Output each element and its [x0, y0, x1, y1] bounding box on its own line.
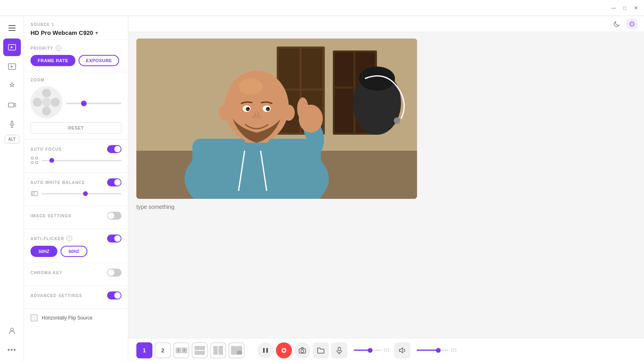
svg-rect-62 — [263, 348, 265, 353]
maximize-button[interactable]: □ — [622, 5, 628, 11]
anti-flicker-row: ANTI-FLICKER i — [30, 235, 122, 243]
svg-line-22 — [630, 22, 630, 22]
svg-rect-38 — [335, 89, 353, 133]
zoom-dot-right — [51, 98, 60, 107]
moon-theme-button[interactable] — [611, 18, 622, 30]
sidebar-item-person[interactable] — [3, 322, 21, 340]
svg-rect-10 — [31, 157, 33, 159]
auto-white-balance-row: AUTO WHITE BALANCE — [30, 178, 122, 186]
zoom-label: ZOOM — [30, 78, 122, 82]
zoom-section: ZOOM RESET — [24, 72, 128, 140]
scene-button-2[interactable]: 2 — [155, 342, 171, 358]
sun-theme-button[interactable] — [626, 18, 638, 30]
focus-slider[interactable] — [42, 160, 122, 161]
sidebar-item-alt[interactable]: ALT — [5, 135, 19, 144]
mic-button[interactable] — [331, 342, 347, 358]
chroma-key-row: CHROMA KEY — [30, 269, 122, 277]
anti-flicker-info-icon[interactable]: i — [67, 236, 72, 241]
folder-button[interactable] — [313, 342, 329, 358]
split-v-left — [213, 346, 218, 355]
scene-button-12-grid[interactable]: 1 2 — [173, 342, 189, 358]
auto-white-balance-label: AUTO WHITE BALANCE — [30, 180, 85, 185]
priority-buttons: FRAME RATE EXPOSURE — [30, 55, 122, 66]
hz-buttons: 50HZ 60HZ — [30, 246, 122, 257]
svg-rect-31 — [302, 49, 322, 89]
priority-info-icon[interactable]: i — [56, 45, 61, 51]
auto-focus-section: AUTO FOCUS — [24, 140, 128, 173]
auto-focus-sub-row — [30, 156, 122, 164]
advanced-settings-toggle[interactable] — [107, 291, 122, 299]
advanced-settings-label: ADVANCED SETTINGS — [30, 293, 82, 298]
record-button[interactable] — [276, 342, 292, 358]
vol-dot-row-3 — [451, 348, 456, 350]
sidebar-item-audio[interactable] — [3, 115, 21, 133]
flip-source-label: Horizontally Flip Source — [42, 315, 93, 321]
svg-point-61 — [394, 117, 400, 124]
reset-button[interactable]: RESET — [30, 122, 122, 133]
svg-rect-63 — [266, 348, 268, 353]
svg-rect-30 — [279, 49, 300, 89]
svg-point-41 — [359, 67, 395, 91]
source-arrow-icon: ▾ — [95, 30, 98, 36]
source-label: SOURCE 1 — [30, 22, 122, 27]
source-select[interactable]: HD Pro Webcam C920 ▾ — [30, 29, 122, 36]
chroma-key-label: CHROMA KEY — [30, 271, 63, 275]
volume-slider-2[interactable] — [417, 350, 449, 351]
exposure-button[interactable]: EXPOSURE — [79, 55, 119, 66]
type-something-input[interactable] — [136, 204, 257, 210]
top-bar — [128, 16, 644, 32]
svg-rect-2 — [8, 30, 16, 31]
zoom-slider-wrap — [66, 99, 122, 106]
svg-rect-1 — [8, 28, 16, 28]
snapshot-button[interactable] — [294, 342, 310, 358]
webcam-feed — [136, 38, 417, 199]
image-settings-label: IMAGE SETTINGS — [30, 214, 71, 218]
sidebar-item-effects[interactable] — [3, 77, 21, 95]
flip-source-checkbox[interactable] — [30, 314, 38, 322]
zoom-dot-left — [33, 98, 42, 107]
auto-focus-toggle[interactable] — [107, 145, 122, 153]
svg-point-55 — [252, 115, 256, 119]
scene-button-split-v[interactable] — [210, 342, 226, 358]
webcam-svg — [136, 38, 417, 199]
close-button[interactable]: ✕ — [633, 5, 639, 11]
svg-rect-11 — [36, 157, 38, 159]
auto-white-balance-toggle[interactable] — [107, 178, 122, 186]
sidebar-item-source1[interactable] — [3, 38, 21, 56]
svg-line-24 — [634, 22, 634, 22]
hz-50-button[interactable]: 50HZ — [30, 246, 57, 257]
scene-button-split-h[interactable] — [192, 342, 208, 358]
anti-flicker-toggle[interactable] — [107, 235, 122, 243]
anti-flicker-thumb — [114, 235, 121, 242]
speaker-button[interactable] — [394, 342, 410, 358]
pause-button[interactable] — [257, 342, 273, 358]
image-settings-toggle[interactable] — [107, 212, 122, 220]
zoom-slider[interactable] — [66, 103, 122, 104]
zoom-joystick[interactable] — [30, 86, 63, 118]
svg-point-67 — [301, 350, 304, 352]
minimize-button[interactable]: — — [610, 5, 617, 11]
svg-rect-13 — [36, 162, 38, 164]
vol-dot-row-2 — [384, 350, 389, 352]
frame-rate-button[interactable]: FRAME RATE — [30, 55, 75, 66]
menu-button[interactable] — [3, 19, 21, 37]
white-balance-icon — [30, 190, 38, 198]
advanced-settings-section: ADVANCED SETTINGS — [24, 286, 128, 309]
scene-button-pip[interactable] — [229, 342, 245, 358]
scene-button-1[interactable]: 1 — [136, 342, 152, 358]
more-options-button[interactable]: ••• — [3, 341, 21, 359]
volume-slider-1[interactable] — [354, 350, 382, 351]
auto-focus-thumb — [114, 146, 121, 152]
zoom-dot-top — [42, 89, 51, 97]
source-header: SOURCE 1 HD Pro Webcam C920 ▾ — [24, 16, 128, 40]
hz-60-button[interactable]: 60HZ — [61, 246, 87, 257]
icon-sidebar: ALT ••• — [0, 16, 24, 362]
chroma-key-toggle[interactable] — [107, 269, 122, 277]
sidebar-item-camera[interactable] — [3, 96, 21, 114]
white-balance-slider[interactable] — [42, 193, 122, 194]
vol-dot-row-1 — [384, 348, 389, 350]
svg-point-58 — [283, 105, 295, 121]
svg-rect-5 — [8, 103, 14, 107]
svg-point-9 — [10, 328, 13, 331]
sidebar-item-source2[interactable] — [3, 58, 21, 75]
